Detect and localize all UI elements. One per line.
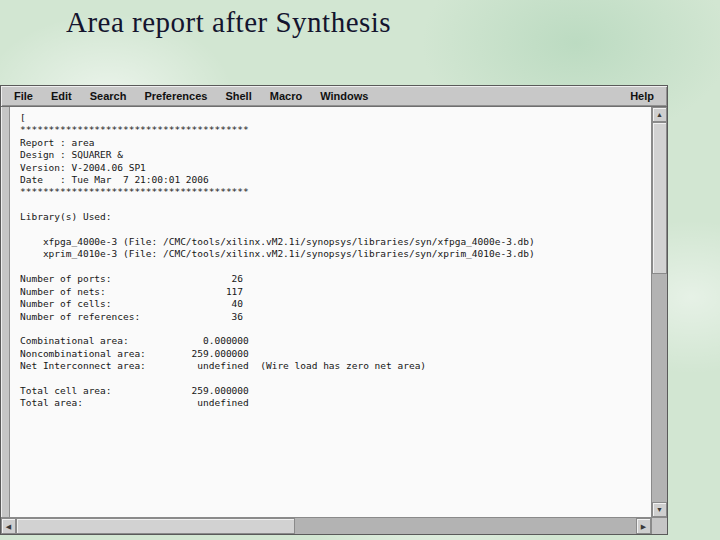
text-editor-window: FileEditSearchPreferencesShellMacroWindo… (0, 85, 668, 535)
menu-item-shell[interactable]: Shell (216, 89, 260, 103)
vertical-scrollbar-track[interactable] (652, 122, 667, 502)
menu-item-windows[interactable]: Windows (311, 89, 377, 103)
scroll-down-icon[interactable]: ▼ (652, 502, 667, 517)
window-frame-left (1, 107, 10, 517)
horizontal-scrollbar[interactable]: ◀ ▶ (1, 517, 667, 534)
horizontal-scrollbar-track[interactable] (16, 518, 636, 534)
editor-content-area: [ **************************************… (1, 107, 667, 517)
page-title: Area report after Synthesis (66, 6, 391, 39)
scrollbar-corner (651, 518, 667, 534)
scroll-up-icon[interactable]: ▲ (652, 107, 667, 122)
report-text[interactable]: [ **************************************… (10, 107, 651, 517)
slide: Area report after Synthesis FileEditSear… (0, 0, 720, 540)
menu-item-search[interactable]: Search (81, 89, 136, 103)
menu-item-edit[interactable]: Edit (42, 89, 81, 103)
scroll-left-icon[interactable]: ◀ (1, 518, 16, 534)
menu-item-preferences[interactable]: Preferences (135, 89, 216, 103)
horizontal-scrollbar-thumb[interactable] (16, 518, 295, 534)
menu-items: FileEditSearchPreferencesShellMacroWindo… (5, 89, 377, 103)
menu-item-macro[interactable]: Macro (261, 89, 311, 103)
menu-bar: FileEditSearchPreferencesShellMacroWindo… (1, 86, 667, 107)
menu-item-file[interactable]: File (5, 89, 42, 103)
menu-item-help[interactable]: Help (621, 89, 663, 103)
vertical-scrollbar[interactable]: ▲ ▼ (651, 107, 667, 517)
scroll-right-icon[interactable]: ▶ (636, 518, 651, 534)
vertical-scrollbar-thumb[interactable] (652, 122, 667, 274)
